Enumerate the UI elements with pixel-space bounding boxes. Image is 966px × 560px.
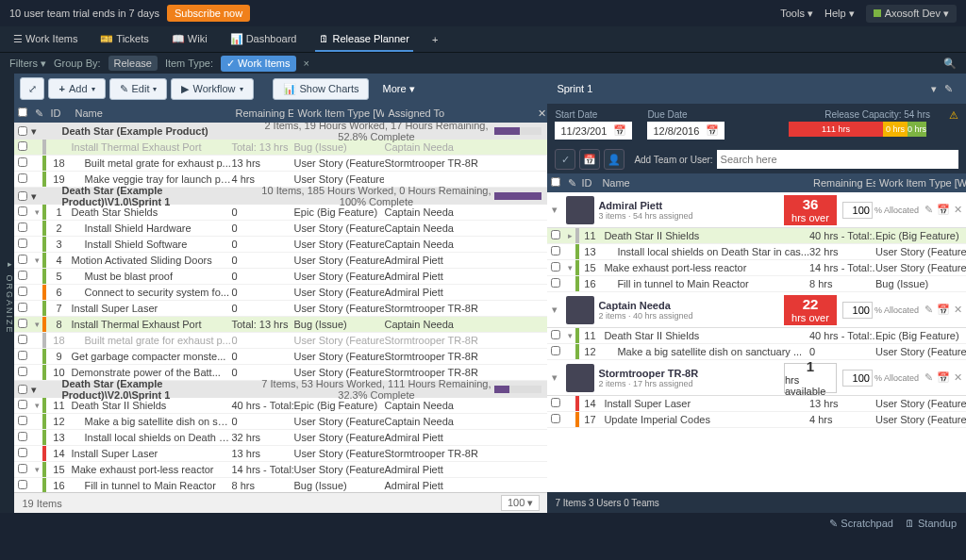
tools-menu[interactable]: Tools ▾ [780,8,813,20]
col-name[interactable]: Name [71,107,231,119]
table-row[interactable]: 5 Must be blast proof 0 User Story (Feat… [14,269,547,285]
table-row[interactable]: ▾ 4 Motion Activated Sliding Doors 0 Use… [14,253,547,269]
group-header[interactable]: ▾Death Star (Example Product)2 Items, 19… [14,123,547,140]
table-row[interactable]: ▾ 11 Death Star II Shields 40 hrs - Tota… [547,328,966,344]
allocation-input[interactable] [842,370,873,387]
groupby-chip[interactable]: Release [108,56,158,71]
capacity-bar: 111 hrs0 hrs0 hrs [789,122,930,137]
select-all[interactable] [18,107,27,117]
capacity-segment: 0 hrs [883,122,908,137]
table-row[interactable]: 6 Connect to security system fo... 0 Use… [14,285,547,301]
groupby-label: Group By: [54,58,101,69]
pencil-icon[interactable]: ✎ [31,107,46,120]
table-row[interactable]: 16 Fill in tunnel to Main Reactor 8 hrs … [547,276,966,292]
filters-menu[interactable]: Filters ▾ [9,58,46,70]
col-est[interactable]: Remaining Estima [231,107,293,119]
scratchpad-link[interactable]: ✎ Scratchpad [829,518,893,530]
nav-tab-dashboard[interactable]: 📊 Dashboard [226,27,301,51]
table-row[interactable]: 18 Built metal grate for exhaust p... 13… [14,156,547,172]
table-row[interactable]: 14 Install Super Laser 13 hrs User Story… [547,396,966,412]
table-row[interactable]: 13 Install local shields on Death S... 3… [14,430,547,446]
calendar-button[interactable]: 📅 [579,149,600,170]
due-date-input[interactable]: 12/8/2016📅 [647,122,724,140]
chevron-down-icon[interactable]: ▾ [547,371,562,384]
pencil-icon[interactable]: ✎ [924,304,933,316]
pencil-icon[interactable]: ✎ [924,371,933,384]
col-id[interactable]: ID [46,107,71,119]
group-header[interactable]: ▾Death Star (Example Product)\V1.0\Sprin… [14,188,547,205]
nav-tab-work-items[interactable]: ☰ Work Items [9,27,81,51]
calendar-icon[interactable]: 📅 [937,304,950,316]
start-date-input[interactable]: 11/23/201📅 [555,122,632,140]
search-icon[interactable]: 🔍 [943,58,957,70]
expand-icon[interactable]: ⤢ [20,77,44,100]
add-team-input[interactable] [717,150,958,169]
sprint-title: Sprint 1 [557,83,927,94]
page-size[interactable]: 100 ▾ [501,495,540,511]
user-menu[interactable]: Axosoft Dev ▾ [866,5,957,23]
col-assigned[interactable]: Assigned To [384,107,534,119]
chevron-down-icon[interactable]: ▾ [547,304,562,316]
pencil-icon[interactable]: ✎ [924,204,933,216]
table-row[interactable]: 12 Make a big satellite dish on sanctuar… [547,344,966,360]
itemtype-chip[interactable]: ✓ Work Items [221,56,295,72]
subscribe-button[interactable]: Subscribe now [167,5,250,22]
chevron-down-icon[interactable]: ▾ [547,204,562,216]
table-row[interactable]: 13 Install local shields on Death Star i… [547,244,966,260]
organize-tab[interactable]: ▸ ORGANIZE [0,74,14,513]
select-all-right[interactable] [551,177,560,187]
group-header[interactable]: ▾Death Star (Example Product)\V2.0\Sprin… [14,381,547,398]
col-close-icon[interactable]: ✕ [534,107,547,120]
table-row[interactable]: ▸ 11 Death Star II Shields 40 hrs - Tota… [547,228,966,244]
close-icon[interactable]: ✕ [954,371,962,384]
table-row[interactable]: ▾ 8 Install Thermal Exhaust Port Total: … [14,317,547,333]
pencil-icon[interactable]: ✎ [564,177,577,189]
user-button[interactable]: 👤 [604,149,625,170]
rcol-id[interactable]: ID [577,177,598,189]
table-row[interactable]: 9 Get garbage compacter monste... 0 User… [14,349,547,365]
allocation-input[interactable] [842,302,873,319]
table-row[interactable]: 2 Install Shield Hardware 0 User Story (… [14,221,547,237]
chevron-down-icon[interactable]: ▾ [927,83,941,95]
table-row[interactable]: 17 Update Imperial Codes 4 hrs User Stor… [547,412,966,428]
rcol-est[interactable]: Remaining Estima [809,177,875,189]
calendar-icon[interactable]: 📅 [937,204,950,216]
edit-button[interactable]: ✎Edit▾ [109,78,168,100]
table-row[interactable]: 16 Fill in tunnel to Main Reactor 8 hrs … [14,478,547,492]
table-row[interactable]: 12 Make a big satellite dish on sa... 0 … [14,414,547,430]
more-menu[interactable]: More ▾ [373,83,424,95]
calendar-icon[interactable]: 📅 [613,124,626,137]
nav-tab-wiki[interactable]: 📖 Wiki [168,27,211,51]
table-row[interactable]: ▾ 1 Death Star Shields 0 Epic (Big Featu… [14,205,547,221]
nav-tab-release-planner[interactable]: 🗓 Release Planner [315,27,412,52]
add-button[interactable]: +Add▾ [48,78,105,99]
table-row[interactable]: ▾ 11 Death Star II Shields 40 hrs - Tota… [14,398,547,414]
table-row[interactable]: 18 Built metal grate for exhaust p... 0 … [14,333,547,349]
table-row[interactable]: 14 Install Super Laser 13 hrs User Story… [14,446,547,462]
allocation-input[interactable] [842,202,873,219]
help-menu[interactable]: Help ▾ [824,8,855,20]
add-tab[interactable]: + [428,28,441,51]
table-row[interactable]: 7 Install Super Laser 0 User Story (Feat… [14,301,547,317]
workflow-button[interactable]: ▶Workflow▾ [171,78,253,100]
checkmark-button[interactable]: ✓ [555,149,575,170]
pencil-icon[interactable]: ✎ [941,83,957,95]
table-row[interactable]: ▾ 15 Make exhaust port-less reactor 14 h… [14,462,547,478]
close-icon[interactable]: ✕ [954,304,962,316]
person-row[interactable]: ▾ Stormtrooper TR-8R2 items · 17 hrs ass… [547,360,966,396]
close-icon[interactable]: ✕ [954,204,962,216]
table-row[interactable]: ▾ 15 Make exhaust port-less reactor 14 h… [547,260,966,276]
person-row[interactable]: ▾ Admiral Piett3 items · 54 hrs assigned… [547,192,966,228]
table-row[interactable]: 3 Install Shield Software 0 User Story (… [14,237,547,253]
person-row[interactable]: ▾ Captain Needa2 items · 40 hrs assigned… [547,292,966,328]
show-charts-button[interactable]: 📊Show Charts [273,78,370,100]
rcol-name[interactable]: Name [598,177,809,189]
standup-link[interactable]: 🗓 Standup [905,518,957,529]
clear-filters[interactable]: × [304,58,309,69]
rcol-type[interactable]: Work Item Type [Work I [875,177,966,189]
nav-tab-tickets[interactable]: 🎫 Tickets [96,27,152,51]
col-type[interactable]: Work Item Type [Work I [293,107,384,119]
calendar-icon[interactable]: 📅 [937,371,950,384]
calendar-icon[interactable]: 📅 [706,124,719,137]
table-row[interactable]: Install Thermal Exhaust Port Total: 13 h… [14,140,547,156]
